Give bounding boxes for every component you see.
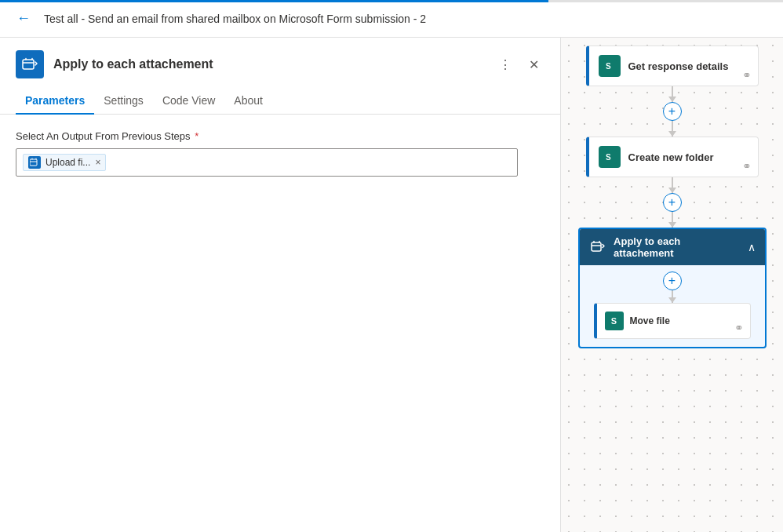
token-icon <box>28 156 41 169</box>
connector-1: + <box>663 86 682 137</box>
tab-parameters[interactable]: Parameters <box>16 88 94 115</box>
token-item: Upload fi... × <box>23 154 106 171</box>
node-get-response-icon: S <box>599 55 621 77</box>
panel-title: Apply to each attachement <box>53 57 213 71</box>
node-move-file[interactable]: S Move file ⚭ <box>594 303 751 339</box>
panel-header: Apply to each attachement ⋮ ✕ <box>0 38 560 88</box>
panel-header-left: Apply to each attachement <box>16 50 213 78</box>
connector-line-2 <box>672 121 673 137</box>
more-options-button[interactable]: ⋮ <box>494 53 516 75</box>
link-icon: ⚭ <box>742 69 752 82</box>
token-text: Upload fi... <box>46 157 90 168</box>
apply-header-left: Apply to each attachement <box>589 235 741 259</box>
apply-loop-icon <box>589 238 608 257</box>
node-move-file-icon: S <box>605 312 624 330</box>
panel-header-right: ⋮ ✕ <box>494 53 544 75</box>
add-inner-step-button[interactable]: + <box>663 271 682 290</box>
connector-line <box>672 86 673 102</box>
page-title: Test all - Send an email from shared mai… <box>44 13 426 25</box>
connector-2: + <box>663 177 682 228</box>
svg-text:S: S <box>606 153 611 162</box>
apply-collapse-button[interactable]: ∧ <box>748 241 756 253</box>
workflow-canvas: S Get response details ⚭ + S <box>578 38 767 348</box>
link-icon-2: ⚭ <box>742 160 752 173</box>
panel-content: Select An Output From Previous Steps * U… <box>0 115 560 532</box>
node-get-response-footer: ⚭ <box>742 68 752 82</box>
connector-line-4 <box>672 212 673 228</box>
svg-text:S: S <box>606 62 611 71</box>
token-remove-button[interactable]: × <box>95 157 100 168</box>
inner-connector-1: + <box>663 271 682 303</box>
top-bar: ← Test all - Send an email from shared m… <box>0 0 783 38</box>
close-panel-button[interactable]: ✕ <box>523 53 544 75</box>
link-icon-3: ⚭ <box>734 322 744 334</box>
node-create-folder-footer: ⚭ <box>742 159 752 173</box>
svg-rect-1 <box>30 159 37 166</box>
add-step-button-2[interactable]: + <box>663 193 682 212</box>
main-layout: Apply to each attachement ⋮ ✕ Parameters… <box>0 38 783 532</box>
tab-code-view[interactable]: Code View <box>153 88 224 115</box>
apply-title: Apply to each attachement <box>614 235 741 259</box>
tab-about[interactable]: About <box>224 88 272 115</box>
node-create-folder-label: Create new folder <box>628 151 714 163</box>
field-label: Select An Output From Previous Steps * <box>16 130 544 142</box>
left-panel: Apply to each attachement ⋮ ✕ Parameters… <box>0 38 561 532</box>
inner-connector-line <box>672 290 673 303</box>
tab-settings[interactable]: Settings <box>94 88 153 115</box>
connector-line-3 <box>672 177 673 193</box>
node-create-folder-icon: S <box>599 146 621 168</box>
svg-rect-0 <box>23 60 34 69</box>
right-panel: S Get response details ⚭ + S <box>561 38 783 532</box>
panel-icon <box>16 50 44 78</box>
node-move-file-footer: ⚭ <box>734 321 744 335</box>
node-move-file-label: Move file <box>630 315 670 326</box>
add-step-button-1[interactable]: + <box>663 102 682 121</box>
back-button[interactable]: ← <box>13 8 35 30</box>
apply-header: Apply to each attachement ∧ <box>580 229 765 265</box>
node-create-folder[interactable]: S Create new folder ⚭ <box>586 137 759 177</box>
svg-rect-6 <box>592 242 601 251</box>
node-get-response-label: Get response details <box>628 60 729 72</box>
tabs-bar: Parameters Settings Code View About <box>0 88 560 115</box>
node-apply-each[interactable]: Apply to each attachement ∧ + S Move fil… <box>578 228 767 348</box>
token-input-field[interactable]: Upload fi... × <box>16 148 518 177</box>
node-get-response[interactable]: S Get response details ⚭ <box>586 46 759 86</box>
